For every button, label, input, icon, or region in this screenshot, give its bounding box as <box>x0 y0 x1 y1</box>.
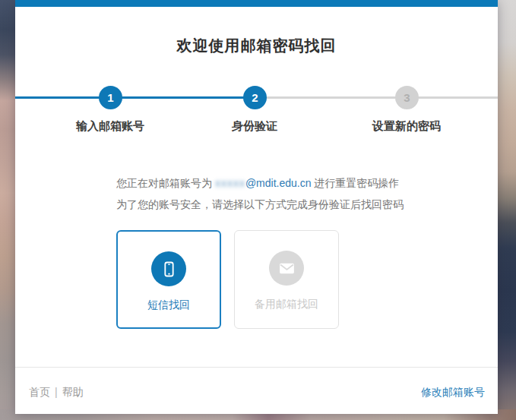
help-link[interactable]: 帮助 <box>62 386 84 398</box>
email-domain: @mdit.edu.cn <box>245 177 312 189</box>
sms-recovery-label: 短信找回 <box>118 298 220 312</box>
step-3-number: 3 <box>404 91 410 104</box>
backup-email-recovery-option[interactable]: 备用邮箱找回 <box>234 230 339 329</box>
sms-recovery-option[interactable]: 短信找回 <box>116 230 221 329</box>
step-1-label: 输入邮箱账号 <box>76 119 144 134</box>
smartphone-icon <box>151 251 186 286</box>
change-email-account-link[interactable]: 修改邮箱账号 <box>421 386 485 398</box>
step-1-number: 1 <box>107 91 113 104</box>
stepper-progress <box>15 96 255 99</box>
top-accent-bar <box>15 0 498 7</box>
footer-right-links: 修改邮箱账号 <box>421 386 485 399</box>
envelope-icon <box>269 251 304 286</box>
password-recovery-panel: 欢迎使用邮箱密码找回 1 2 3 输入邮箱账号 身份验证 设置新的密码 您正在对… <box>15 0 498 414</box>
step-3-circle: 3 <box>395 86 419 109</box>
notice-text: 您正在对邮箱账号为 xxxxx@mdit.edu.cn 进行重置密码操作 为了您… <box>116 172 467 215</box>
footer-separator: | <box>55 386 58 398</box>
page-title: 欢迎使用邮箱密码找回 <box>15 36 498 56</box>
step-2-number: 2 <box>252 91 258 104</box>
footer-left-links: 首页|帮助 <box>29 386 84 399</box>
footer: 首页|帮助 修改邮箱账号 <box>29 386 485 399</box>
step-1-circle: 1 <box>99 86 122 109</box>
email-username-redacted: xxxxx <box>215 177 245 189</box>
step-2-label: 身份验证 <box>232 119 277 134</box>
notice-line-1: 您正在对邮箱账号为 xxxxx@mdit.edu.cn 进行重置密码操作 <box>116 172 467 194</box>
verification-options: 短信找回 备用邮箱找回 <box>116 230 339 329</box>
footer-divider <box>15 367 498 368</box>
backup-email-recovery-label: 备用邮箱找回 <box>235 298 338 311</box>
notice-line1-prefix: 您正在对邮箱账号为 <box>116 177 215 189</box>
notice-line1-suffix: 进行重置密码操作 <box>311 177 399 189</box>
home-link[interactable]: 首页 <box>29 386 50 398</box>
notice-line-2: 为了您的账号安全，请选择以下方式完成身份验证后找回密码 <box>116 194 467 215</box>
step-3-label: 设置新的密码 <box>372 119 441 134</box>
step-2-circle: 2 <box>243 86 267 109</box>
